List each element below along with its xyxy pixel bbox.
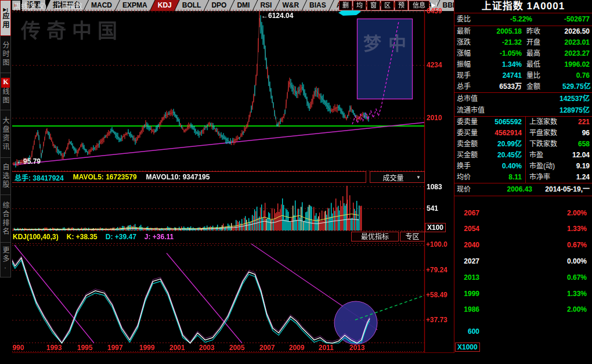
toolbar-button-窗[interactable]: 窗 (367, 1, 380, 10)
vol-axis-2: 541 (427, 204, 438, 212)
indicator-dropdown[interactable]: 成交量 ▼ (370, 171, 425, 183)
kdj-chart-area[interactable] (12, 244, 424, 343)
quote-value: 4562914 (486, 128, 522, 139)
sidebar-item-label: 应用 (1, 12, 10, 30)
year-label-1995: 1995 (77, 344, 93, 352)
mini-right-label-4: 0.67% (567, 273, 587, 282)
peak-price-label: ←6124.04 (261, 12, 293, 20)
chart-header: 周线(复权) 上证指数 (14, 1, 82, 10)
vol-unit-label: X100 (425, 223, 446, 232)
sidebar-item-5[interactable]: 自选股 (0, 158, 11, 195)
quote-value: 142537亿 (509, 93, 590, 104)
kdj-d-value: D: +39.47 (106, 233, 136, 241)
kdj-k-value: K: +38.35 (67, 233, 98, 241)
sidebar-item-1[interactable]: ▶|应用 (0, 0, 11, 36)
market-cap-group: 总市值142537亿流通市值128975亿 (454, 92, 592, 116)
quote-label: 最低 (526, 59, 562, 70)
quote-label: 现价 (457, 183, 486, 196)
quote-value: 20.99亿 (486, 139, 522, 150)
toolbar-button-删[interactable]: 删 (339, 1, 352, 10)
quote-value: 96 (565, 128, 590, 139)
kdj-y-label-1: +79.24 (426, 266, 447, 274)
quote-label: 最高 (526, 48, 562, 59)
quote-value: 1996.02 (562, 59, 590, 70)
quote-row: 委比-5.22%-502677 (454, 13, 592, 26)
start-price-label: ←95.79 (16, 157, 41, 165)
quote-label: 卖金额 (457, 139, 486, 150)
quote-label: 市净率 (525, 172, 565, 183)
quote-value: 12.04 (565, 150, 590, 161)
quote-value: 20.45亿 (486, 150, 522, 161)
year-label-2005: 2005 (229, 344, 245, 352)
quote-label: 流通市值 (457, 104, 509, 116)
sidebar-item-2[interactable]: 分时图 (0, 36, 11, 73)
main-y-label-6459: 6459 (427, 7, 442, 15)
quote-value: 5065592 (486, 117, 522, 128)
year-label-1997: 1997 (107, 344, 123, 352)
year-label-2007: 2007 (259, 344, 275, 352)
quote-label: 委比 (457, 13, 486, 26)
quote-label: 最新 (457, 26, 486, 37)
play-to-end-icon: ▶| (3, 7, 8, 12)
best-indicator-button[interactable]: 最优指标 (351, 232, 399, 242)
mini-left-label-1999: 1999 (456, 290, 479, 298)
sidebar-item-6[interactable]: 综合排名 (0, 195, 11, 243)
mini-right-label-5: 1.33% (567, 290, 587, 298)
mini-right-label-0: 2.00% (567, 209, 587, 217)
quote-value: 658 (565, 139, 590, 150)
quote-label: 涨幅 (457, 48, 486, 59)
main-chart-area[interactable] (12, 10, 424, 171)
main-y-label-2010: 2010 (427, 114, 442, 122)
quote-value: 2023.01 (562, 37, 590, 48)
quote-label: 现手 (457, 70, 486, 81)
mini-right-label-1: 1.33% (567, 225, 587, 233)
sidebar-item-3[interactable]: K线图 (0, 73, 11, 110)
quote-row: 流通市值128975亿 (454, 104, 592, 116)
mavol5-value: MAVOL5: 16723579 (73, 173, 137, 181)
year-label-2013: 2013 (349, 344, 365, 352)
quote-label: 涨跌 (457, 37, 486, 48)
quote-value: -1.05% (486, 48, 522, 59)
quote-label: 换手 (457, 161, 486, 172)
mavol10-value: MAVOL10: 9347195 (146, 173, 210, 181)
quote-row: 涨跌-21.32开盘2023.01 (454, 37, 592, 48)
quote-row: 卖金额20.99亿下跌家数658 (454, 139, 592, 150)
quote-value: 1.24 (565, 172, 590, 183)
quote-main-group: 最新2005.18昨收2026.50涨跌-21.32开盘2023.01涨幅-1.… (454, 26, 592, 92)
toolbar-button-预[interactable]: 预 (395, 1, 408, 10)
quote-label: 上涨家数 (525, 117, 565, 128)
quote-label: 总手 (457, 81, 486, 92)
quote-label: 金额 (526, 81, 562, 92)
mini-right-label-2: 0.67% (567, 241, 587, 249)
quote-value: 2026.50 (562, 26, 590, 37)
vol-axis-1: 1083 (427, 183, 442, 191)
zone-button[interactable]: 专区 (400, 232, 425, 242)
toolbar-button-均[interactable]: 均 (353, 1, 366, 10)
volume-chart-area[interactable] (12, 185, 424, 231)
drawing-toolbar: 删均窗区预信息▶| (339, 1, 437, 10)
quote-value: 2005.18 (486, 26, 522, 37)
quote-row: 现价2006.432014-05-19,一 (454, 183, 592, 196)
sidebar-item-7[interactable]: 更多· (0, 243, 11, 277)
symbol-label: 上证指数 (55, 1, 82, 10)
quote-row: 买金额20.45亿市盈12.04 (454, 150, 592, 161)
quote-row: 涨幅-1.05%最高2023.27 (454, 48, 592, 59)
kdj-header: KDJ(100,40,3) K: +38.35 D: +39.47 J: +36… (13, 233, 174, 241)
year-label-2001: 2001 (169, 344, 185, 352)
quote-value: 2023.27 (562, 48, 590, 59)
quote-row: 委卖量5065592上涨家数221 (454, 117, 592, 128)
quote-row: 委买量4562914平盘家数96 (454, 128, 592, 139)
kdj-y-label-2: +58.49 (426, 291, 447, 299)
k-highlight: K (1, 78, 10, 88)
left-sidebar: ▶|应用分时图K线图大盘资讯自选股综合排名更多· (0, 0, 12, 353)
toolbar-button-区[interactable]: 区 (381, 1, 394, 10)
sidebar-item-4[interactable]: 大盘资讯 (0, 110, 11, 158)
weibi-group: 委比-5.22%-502677 (454, 13, 592, 26)
quote-value: 6533万 (486, 81, 522, 92)
kdj-j-value: J: +36.11 (145, 233, 174, 241)
quote-value: 0.40% (486, 161, 522, 172)
quote-row: 均价8.11市净率1.24 (454, 172, 592, 183)
indicator-dropdown-label: 成交量 (370, 172, 416, 182)
mini-left-label-2054: 2054 (456, 225, 479, 233)
mini-left-label-2027: 2027 (456, 257, 479, 265)
